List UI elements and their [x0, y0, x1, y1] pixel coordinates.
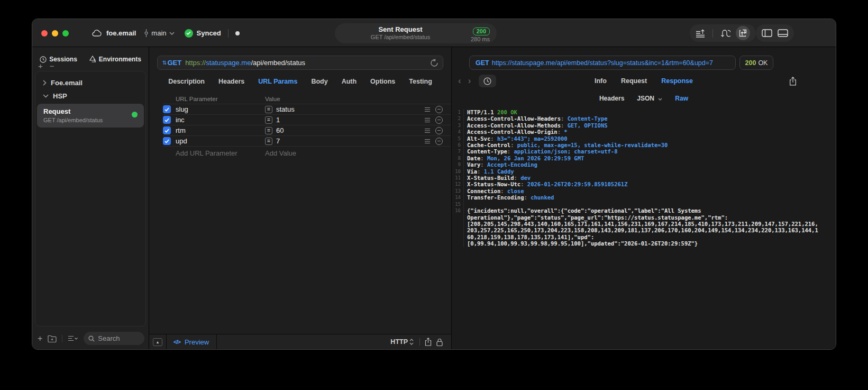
param-name[interactable]: upd: [176, 137, 265, 145]
sent-request-pill[interactable]: Sent Request GET /api/embed/status 200 2…: [335, 23, 497, 43]
url-param-row: rtm = 60: [163, 125, 451, 136]
tab-auth[interactable]: Auth: [342, 78, 357, 85]
line-number: 9: [452, 161, 464, 168]
share-icon[interactable]: [425, 338, 432, 346]
tab-response[interactable]: Response: [661, 77, 693, 85]
close-window-button[interactable]: [41, 30, 48, 37]
line-number: 1: [452, 109, 464, 115]
export-response-icon[interactable]: [789, 77, 797, 86]
add-session-button[interactable]: +: [38, 62, 43, 70]
param-name[interactable]: slug: [176, 105, 265, 113]
remove-param-icon[interactable]: [435, 116, 443, 124]
response-body[interactable]: 1 HTTP/1.1 200 OK 2 Access-Control-Allow…: [452, 109, 836, 349]
tab-options[interactable]: Options: [370, 78, 395, 85]
param-value[interactable]: 60: [276, 126, 424, 134]
swap-arrows-icon[interactable]: [720, 29, 730, 38]
import-export-icon[interactable]: [736, 26, 750, 40]
tab-testing[interactable]: Testing: [409, 78, 432, 85]
toolbar-separator: [62, 335, 62, 342]
response-line: [208,205,145,298,443,140,160,165,171,161…: [452, 221, 836, 227]
tree-item-hsp[interactable]: HSP: [35, 89, 145, 103]
toggle-bottom-panel-icon[interactable]: [778, 29, 788, 37]
line-text: Operational"},"page":"status","page_url"…: [464, 214, 728, 221]
url-scheme: https://: [185, 59, 206, 67]
tab-environments-label: Environments: [99, 56, 141, 63]
remove-session-button[interactable]: −: [50, 62, 54, 70]
param-row-actions: [424, 106, 443, 113]
line-text: Access-Control-Allow-Origin: *: [464, 129, 568, 135]
preview-button[interactable]: </> Preview: [173, 338, 209, 346]
protocol-selector[interactable]: HTTP: [390, 338, 414, 346]
reorder-handle-icon[interactable]: [424, 128, 431, 133]
tab-info[interactable]: Info: [595, 77, 607, 85]
tab-headers[interactable]: Headers: [218, 78, 244, 85]
tab-environments[interactable]: Environments: [89, 56, 141, 63]
preview-label: Preview: [185, 338, 209, 346]
param-enabled-checkbox[interactable]: [163, 137, 171, 145]
param-value[interactable]: status: [276, 105, 424, 113]
tab-url-params[interactable]: URL Params: [258, 78, 297, 85]
param-row-actions: [424, 138, 443, 145]
sent-request-url-box[interactable]: GET https://statuspage.me/api/embed/stat…: [469, 56, 736, 70]
reorder-handle-icon[interactable]: [424, 139, 431, 144]
line-number: [452, 234, 464, 240]
param-value[interactable]: 1: [276, 116, 424, 124]
toggle-left-panel-icon[interactable]: [762, 29, 772, 37]
git-commit-icon: [144, 29, 149, 37]
response-line: 7 Content-Type: application/json; charse…: [452, 148, 836, 155]
cloud-sync-icon: [92, 30, 102, 37]
response-line: 11 X-Status-Build: dev: [452, 175, 836, 181]
tab-request[interactable]: Request: [621, 77, 647, 85]
branch-selector[interactable]: main: [144, 29, 174, 37]
chevron-right-icon: [43, 80, 47, 86]
param-enabled-checkbox[interactable]: [163, 126, 171, 134]
param-enabled-checkbox[interactable]: [163, 105, 171, 113]
request-list-item-selected[interactable]: Request GET /api/embed/status: [37, 104, 144, 128]
equals-icon: =: [265, 116, 272, 124]
param-name[interactable]: inc: [176, 116, 265, 124]
param-value[interactable]: 7: [276, 137, 424, 145]
remove-param-icon[interactable]: [435, 138, 443, 145]
url-host: statuspage.me: [206, 59, 251, 67]
param-name[interactable]: rtm: [176, 126, 265, 134]
reorder-handle-icon[interactable]: [424, 117, 431, 123]
remove-param-icon[interactable]: [435, 127, 443, 134]
request-url-text[interactable]: https://statuspage.me/api/embed/status: [185, 59, 305, 67]
view-tab-json[interactable]: JSON: [637, 95, 662, 102]
tab-body[interactable]: Body: [311, 78, 327, 85]
chevron-down-icon: [43, 94, 49, 98]
add-request-button[interactable]: +: [38, 334, 42, 343]
request-url-bar[interactable]: ⇅ GET https://statuspage.me/api/embed/st…: [157, 56, 443, 70]
reorder-handle-icon[interactable]: [424, 107, 431, 112]
tab-description[interactable]: Description: [168, 78, 205, 85]
add-param-name-placeholder[interactable]: Add URL Parameter: [163, 149, 265, 157]
project-cluster: foe.email main Synced: [92, 19, 240, 47]
sort-options-icon[interactable]: [68, 335, 78, 341]
view-tab-headers[interactable]: Headers: [599, 95, 624, 102]
response-status-text: OK: [758, 59, 768, 67]
sync-status[interactable]: Synced: [185, 29, 221, 38]
fullscreen-window-button[interactable]: [62, 30, 69, 37]
line-text: [464, 201, 467, 207]
tree-item-foe-email[interactable]: Foe.email: [35, 76, 145, 89]
add-param-value-placeholder[interactable]: Add Value: [265, 149, 296, 157]
lock-icon[interactable]: [436, 338, 443, 346]
equals-icon: =: [265, 106, 272, 113]
session-tree-panel: Foe.email HSP Request GET /api/embed/sta…: [35, 71, 146, 326]
new-folder-icon[interactable]: [48, 335, 57, 342]
param-enabled-checkbox[interactable]: [163, 116, 171, 124]
project-name[interactable]: foe.email: [106, 29, 136, 37]
method-selector[interactable]: ⇅ GET: [162, 59, 181, 67]
response-line: 16 {"incidents":null,"overall":{"code":"…: [452, 207, 836, 214]
titlebar: foe.email main Synced Sent Re: [32, 19, 836, 47]
line-text: Cache-Control: public, max-age=15, stale…: [464, 142, 668, 148]
line-number: 15: [452, 201, 464, 207]
minimize-window-button[interactable]: [52, 30, 58, 37]
resend-request-icon[interactable]: [431, 59, 438, 67]
collapse-panel-button[interactable]: ▲: [153, 338, 162, 346]
view-tab-raw[interactable]: Raw: [675, 95, 688, 102]
request-list-icon[interactable]: [696, 29, 705, 38]
search-input[interactable]: Search: [84, 332, 144, 345]
remove-param-icon[interactable]: [435, 106, 443, 113]
column-header-name: URL Parameter: [163, 96, 265, 102]
